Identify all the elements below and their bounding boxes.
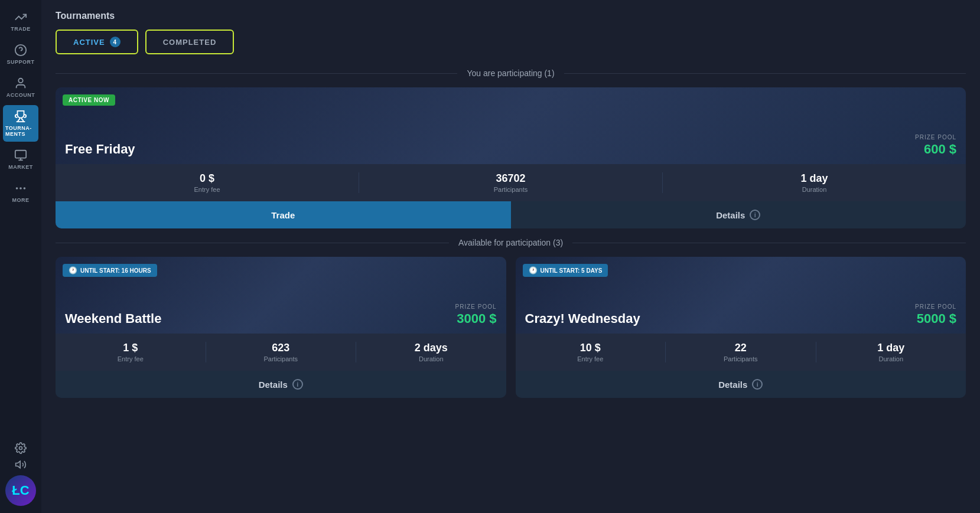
- svg-marker-10: [16, 461, 21, 468]
- card-banner-free-friday: ACTIVE NOW Free Friday PRIZE POOL 600 $: [56, 87, 966, 164]
- page-title: Tournaments: [56, 11, 966, 21]
- sidebar-sound[interactable]: [15, 459, 27, 470]
- tab-completed[interactable]: COMPLETED: [145, 30, 235, 54]
- tab-active[interactable]: ACTIVE 4: [56, 30, 138, 54]
- main-content: Tournaments ACTIVE 4 COMPLETED You are p…: [41, 0, 980, 513]
- sidebar-item-account[interactable]: ACCOUNT: [3, 72, 38, 103]
- card-stats-weekend: 1 $ Entry fee 623 Participants 2 days Du…: [56, 334, 506, 371]
- card-banner-wednesday: 🕐 UNTIL START: 5 DAYS Crazy! Wednesday P…: [516, 257, 966, 334]
- prize-pool-label-wednesday: PRIZE POOL: [915, 303, 956, 310]
- stat-value-duration: 1 day: [663, 172, 966, 185]
- participating-section-label: You are participating (1): [457, 68, 564, 78]
- stat-label-entry-fee: Entry fee: [56, 186, 359, 193]
- details-button-weekend[interactable]: Details i: [56, 371, 506, 398]
- card-banner-content: Free Friday PRIZE POOL 600 $: [65, 134, 956, 157]
- stat-entry-wednesday: 10 $ Entry fee: [516, 342, 666, 362]
- card-free-friday: ACTIVE NOW Free Friday PRIZE POOL 600 $ …: [56, 87, 966, 228]
- active-now-badge: ACTIVE NOW: [63, 94, 115, 106]
- prize-pool-section-weekend: PRIZE POOL 3000 $: [455, 303, 496, 326]
- prize-pool-label-free-friday: PRIZE POOL: [915, 134, 956, 140]
- participating-divider: You are participating (1): [56, 68, 966, 78]
- tournament-name-free-friday: Free Friday: [65, 142, 135, 157]
- card-crazy-wednesday: 🕐 UNTIL START: 5 DAYS Crazy! Wednesday P…: [516, 257, 966, 398]
- stat-duration-weekend: 2 days Duration: [356, 342, 506, 362]
- details-button-wednesday[interactable]: Details i: [516, 371, 966, 398]
- prize-pool-section-free-friday: PRIZE POOL 600 $: [915, 134, 956, 157]
- card-banner-content-weekend: Weekend Battle PRIZE POOL 3000 $: [65, 303, 497, 326]
- tournament-name-weekend: Weekend Battle: [65, 311, 161, 326]
- card-actions-free-friday: Trade Details i: [56, 201, 966, 228]
- sidebar-item-trade[interactable]: TRADE: [3, 6, 38, 37]
- prize-pool-label-weekend: PRIZE POOL: [455, 303, 496, 310]
- card-weekend-battle: 🕐 UNTIL START: 16 HOURS Weekend Battle P…: [56, 257, 506, 398]
- tab-active-badge: 4: [110, 37, 121, 47]
- card-stats-free-friday: 0 $ Entry fee 36702 Participants 1 day D…: [56, 164, 966, 201]
- clock-icon-wednesday: 🕐: [529, 266, 538, 275]
- sidebar-settings[interactable]: [15, 442, 27, 454]
- until-start-badge-wednesday: 🕐 UNTIL START: 5 DAYS: [523, 264, 608, 277]
- sidebar-item-market[interactable]: MARKET: [3, 144, 38, 175]
- svg-point-6: [16, 187, 18, 189]
- card-actions-wednesday: Details i: [516, 371, 966, 398]
- card-banner-content-wednesday: Crazy! Wednesday PRIZE POOL 5000 $: [525, 303, 957, 326]
- sidebar-label-market: MARKET: [8, 164, 33, 170]
- details-info-icon: i: [750, 210, 760, 220]
- stat-participants-free-friday: 36702 Participants: [359, 172, 663, 193]
- logo[interactable]: ŁC: [5, 475, 36, 506]
- sidebar: TRADE SUPPORT ACCOUNT TOURNA-MENTS MARKE…: [0, 0, 41, 513]
- sidebar-label-tournaments: TOURNA-MENTS: [5, 125, 36, 137]
- svg-point-7: [19, 187, 22, 189]
- available-divider: Available for participation (3): [56, 238, 966, 247]
- tab-active-label: ACTIVE: [73, 38, 105, 47]
- sidebar-label-trade: TRADE: [11, 26, 31, 32]
- stat-participants-wednesday: 22 Participants: [666, 342, 816, 362]
- sidebar-label-support: SUPPORT: [6, 59, 34, 65]
- stat-value-entry-fee: 0 $: [56, 172, 359, 185]
- prize-pool-value-wednesday: 5000 $: [915, 311, 956, 326]
- details-info-icon-weekend: i: [292, 379, 303, 390]
- prize-pool-value-weekend: 3000 $: [455, 311, 496, 326]
- tabs-container: ACTIVE 4 COMPLETED: [56, 30, 966, 54]
- divider-line-left: [56, 73, 457, 74]
- card-actions-weekend: Details i: [56, 371, 506, 398]
- tab-completed-label: COMPLETED: [163, 38, 217, 47]
- available-divider-line-left: [56, 243, 449, 243]
- until-start-badge-weekend: 🕐 UNTIL START: 16 HOURS: [63, 264, 157, 277]
- sidebar-label-more: MORE: [12, 197, 30, 203]
- stat-entry-fee-free-friday: 0 $ Entry fee: [56, 172, 359, 193]
- details-button-free-friday[interactable]: Details i: [511, 201, 966, 228]
- stat-entry-weekend: 1 $ Entry fee: [56, 342, 206, 362]
- prize-pool-value-free-friday: 600 $: [915, 142, 956, 157]
- svg-point-9: [19, 447, 22, 450]
- details-info-icon-wednesday: i: [752, 379, 763, 390]
- svg-point-8: [24, 187, 26, 189]
- available-divider-line-right: [572, 243, 966, 243]
- card-stats-wednesday: 10 $ Entry fee 22 Participants 1 day Dur…: [516, 334, 966, 371]
- stat-duration-wednesday: 1 day Duration: [816, 342, 966, 362]
- sidebar-item-tournaments[interactable]: TOURNA-MENTS: [3, 105, 38, 142]
- stat-duration-free-friday: 1 day Duration: [663, 172, 966, 193]
- sidebar-item-more[interactable]: MORE: [3, 177, 38, 208]
- card-banner-weekend: 🕐 UNTIL START: 16 HOURS Weekend Battle P…: [56, 257, 506, 334]
- svg-rect-3: [15, 151, 26, 158]
- divider-line-right: [564, 73, 966, 74]
- available-section-label: Available for participation (3): [449, 238, 572, 247]
- tournament-name-wednesday: Crazy! Wednesday: [525, 311, 640, 326]
- trade-button-free-friday[interactable]: Trade: [56, 201, 511, 228]
- svg-point-2: [18, 79, 22, 83]
- available-cards-grid: 🕐 UNTIL START: 16 HOURS Weekend Battle P…: [56, 257, 966, 407]
- clock-icon-weekend: 🕐: [69, 266, 77, 275]
- stat-label-duration: Duration: [663, 186, 966, 193]
- prize-pool-section-wednesday: PRIZE POOL 5000 $: [915, 303, 956, 326]
- stat-label-participants: Participants: [359, 186, 662, 193]
- sidebar-label-account: ACCOUNT: [6, 92, 35, 98]
- stat-value-participants: 36702: [359, 172, 662, 185]
- stat-participants-weekend: 623 Participants: [206, 342, 357, 362]
- sidebar-item-support[interactable]: SUPPORT: [3, 39, 38, 70]
